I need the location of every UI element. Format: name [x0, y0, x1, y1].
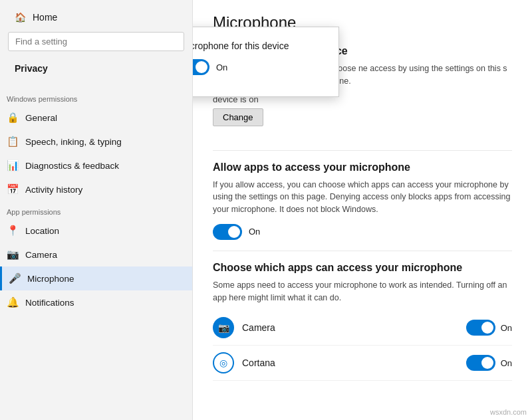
popup-toggle[interactable] [193, 59, 209, 75]
windows-permissions-header: Windows permissions [0, 88, 192, 106]
sidebar: 🏠 Home Privacy Windows permissions 🔒 Gen… [0, 0, 193, 420]
sidebar-item-label: Speech, inking, & typing [25, 137, 122, 147]
microphone-icon: 🎤 [9, 272, 21, 284]
privacy-label: Privacy [8, 58, 184, 79]
sidebar-item-label: Location [25, 226, 59, 236]
main-content: Microphone Microphone for this device On… [193, 0, 532, 420]
sidebar-top: 🏠 Home Privacy [0, 0, 192, 88]
popup-overlay: Microphone for this device On [193, 0, 532, 420]
diagnostics-icon: 📊 [7, 159, 19, 171]
sidebar-item-location[interactable]: 📍 Location [0, 219, 192, 243]
home-icon: 🏠 [15, 12, 26, 23]
sidebar-item-label: Diagnostics & feedback [25, 161, 119, 171]
sidebar-item-label: Activity history [25, 185, 82, 195]
sidebar-item-label: Camera [25, 250, 57, 260]
sidebar-item-label: General [25, 113, 57, 123]
search-input[interactable] [8, 32, 184, 51]
sidebar-item-notifications[interactable]: 🔔 Notifications [0, 290, 192, 314]
popup-toggle-label: On [216, 62, 227, 72]
sidebar-item-camera[interactable]: 📷 Camera [0, 243, 192, 266]
sidebar-item-diagnostics[interactable]: 📊 Diagnostics & feedback [0, 154, 192, 177]
notifications-icon: 🔔 [7, 296, 19, 308]
location-icon: 📍 [7, 225, 19, 237]
camera-icon: 📷 [7, 249, 19, 261]
sidebar-item-activity[interactable]: 📅 Activity history [0, 177, 192, 201]
sidebar-item-label: Microphone [27, 274, 74, 284]
sidebar-item-microphone[interactable]: 🎤 Microphone [0, 266, 192, 290]
activity-icon: 📅 [7, 183, 19, 195]
lock-icon: 🔒 [7, 112, 19, 124]
sidebar-item-label: Notifications [25, 298, 74, 308]
popup-toggle-knob [196, 61, 207, 73]
speech-icon: 📋 [7, 136, 19, 148]
home-label: Home [33, 12, 57, 23]
popup-toggle-row: On [193, 59, 325, 75]
device-popup: Microphone for this device On [193, 27, 339, 97]
sidebar-item-home[interactable]: 🏠 Home [8, 7, 184, 28]
sidebar-item-speech[interactable]: 📋 Speech, inking, & typing [0, 130, 192, 154]
app-permissions-header: App permissions [0, 201, 192, 219]
sidebar-item-general[interactable]: 🔒 General [0, 106, 192, 130]
popup-title: Microphone for this device [193, 41, 325, 51]
